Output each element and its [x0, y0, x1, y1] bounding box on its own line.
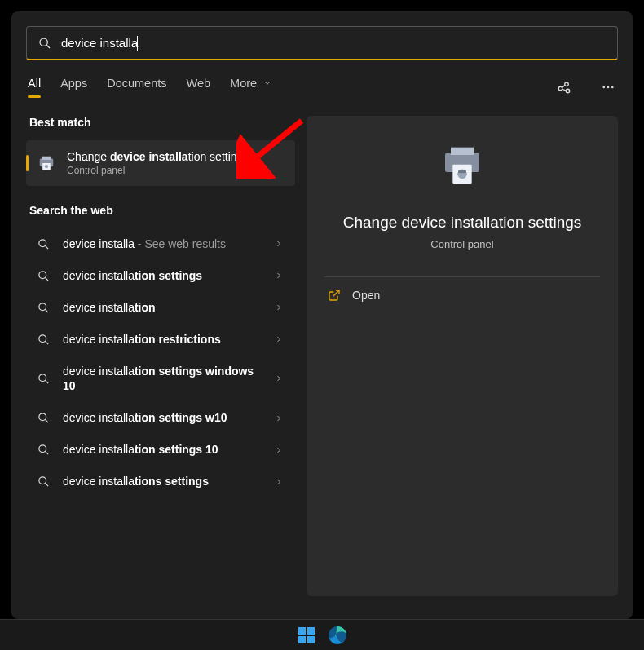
search-icon: [37, 334, 50, 346]
svg-point-9: [611, 86, 614, 89]
svg-line-19: [45, 309, 48, 312]
windows-start-icon[interactable]: [297, 626, 316, 645]
svg-point-28: [39, 477, 46, 484]
web-result-item[interactable]: device installation settings w10: [26, 402, 295, 434]
svg-point-26: [39, 445, 46, 453]
chevron-right-icon: [274, 374, 284, 383]
printer-device-icon: [37, 154, 55, 172]
web-result-text: device installation settings w10: [63, 410, 261, 426]
svg-rect-41: [307, 636, 315, 643]
tab-more-label: More: [230, 77, 257, 90]
edge-browser-icon[interactable]: [328, 626, 347, 645]
search-icon: [37, 475, 50, 488]
search-query-text: device installa: [61, 36, 138, 50]
svg-point-24: [39, 413, 46, 421]
svg-point-0: [40, 38, 47, 46]
svg-point-8: [607, 86, 610, 89]
search-icon: [37, 444, 50, 456]
svg-rect-38: [298, 627, 306, 635]
svg-point-13: [45, 165, 48, 168]
svg-rect-31: [451, 148, 474, 155]
svg-rect-11: [42, 157, 51, 160]
best-match-result[interactable]: Change device installation settings Cont…: [26, 140, 295, 186]
tab-documents[interactable]: Documents: [107, 77, 166, 98]
search-icon: [37, 238, 50, 250]
web-result-text: device installation settings 10: [63, 442, 261, 458]
chevron-down-icon: [263, 79, 271, 87]
best-match-subtitle: Control panel: [67, 165, 249, 176]
svg-point-20: [39, 334, 46, 342]
more-icon[interactable]: [600, 79, 616, 95]
web-result-item[interactable]: device installa - See web results: [26, 228, 295, 260]
open-label: Open: [352, 289, 380, 302]
search-icon: [38, 37, 51, 50]
svg-point-18: [39, 303, 46, 311]
svg-rect-40: [298, 636, 306, 643]
svg-line-25: [45, 420, 48, 423]
search-icon: [37, 302, 50, 314]
svg-point-16: [39, 272, 46, 279]
chevron-right-icon: [274, 334, 284, 344]
svg-point-4: [566, 89, 570, 93]
search-icon: [37, 373, 50, 385]
tab-web[interactable]: Web: [187, 77, 211, 98]
filter-tabs: All Apps Documents Web More: [26, 77, 618, 98]
web-search-header: Search the web: [26, 204, 295, 217]
chevron-right-icon: [274, 477, 284, 487]
web-result-text: device installation settings: [63, 268, 261, 284]
svg-line-21: [45, 341, 48, 344]
chevron-right-icon: [274, 413, 284, 423]
web-result-item[interactable]: device installation settings: [26, 260, 295, 292]
chevron-right-icon: [274, 239, 284, 249]
detail-subtitle: Control panel: [430, 238, 493, 250]
tab-apps[interactable]: Apps: [60, 77, 87, 98]
svg-line-5: [562, 85, 565, 87]
tab-more[interactable]: More: [230, 77, 271, 98]
web-result-item[interactable]: device installations settings: [26, 466, 295, 497]
web-result-item[interactable]: device installation settings 10: [26, 434, 295, 466]
svg-point-7: [602, 86, 605, 89]
svg-rect-34: [458, 170, 465, 174]
detail-panel: Change device installation settings Cont…: [307, 116, 618, 596]
svg-line-29: [45, 483, 48, 486]
taskbar: [0, 619, 644, 650]
search-icon: [37, 270, 50, 282]
web-result-item[interactable]: device installation restrictions: [26, 324, 295, 356]
svg-line-17: [45, 277, 48, 281]
web-result-text: device installa - See web results: [63, 237, 261, 252]
svg-line-27: [45, 452, 48, 455]
web-result-text: device installation settings windows 10: [63, 364, 261, 395]
web-result-text: device installation restrictions: [63, 332, 261, 347]
chevron-right-icon: [274, 445, 284, 455]
chevron-right-icon: [274, 303, 284, 312]
svg-line-15: [45, 245, 48, 249]
open-external-icon: [328, 289, 341, 302]
search-input[interactable]: device installa: [61, 36, 606, 51]
web-result-text: device installations settings: [63, 474, 261, 489]
printer-device-icon: [439, 144, 485, 189]
web-result-text: device installation: [63, 300, 261, 316]
tab-all[interactable]: All: [28, 77, 41, 98]
share-icon[interactable]: [556, 79, 572, 95]
web-result-item[interactable]: device installation settings windows 10: [26, 356, 295, 403]
web-result-item[interactable]: device installation: [26, 292, 295, 324]
svg-line-23: [45, 380, 48, 383]
text-cursor: [137, 36, 138, 51]
best-match-title: Change device installation settings: [67, 150, 249, 163]
svg-point-22: [39, 374, 46, 382]
search-bar[interactable]: device installa: [26, 26, 618, 60]
chevron-right-icon: [274, 271, 284, 281]
svg-rect-39: [307, 627, 315, 635]
svg-point-14: [39, 240, 46, 247]
svg-line-1: [46, 45, 50, 48]
svg-line-35: [333, 290, 339, 296]
best-match-header: Best match: [26, 116, 295, 129]
open-action[interactable]: Open: [324, 277, 600, 313]
svg-line-6: [562, 89, 567, 91]
start-search-panel: device installa All Apps Documents Web M…: [11, 11, 633, 619]
search-icon: [37, 412, 50, 424]
detail-title: Change device installation settings: [343, 214, 582, 232]
